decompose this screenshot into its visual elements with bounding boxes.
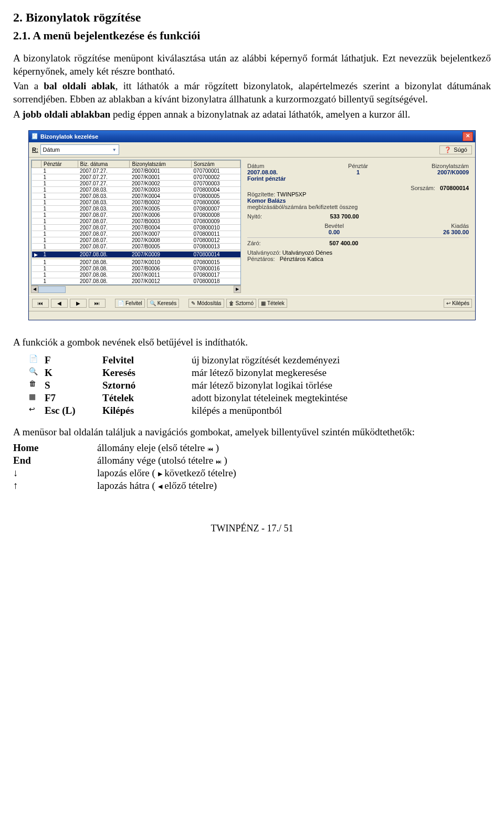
functions-note: A funkciók a gombok nevének első betűjév…: [13, 336, 491, 349]
table-row[interactable]: 12007.08.03.2007/K0003070800004: [32, 187, 240, 193]
detail-close-value: 507 400.00: [329, 240, 358, 246]
page-footer: TWINPÉNZ - 17./ 51: [13, 523, 491, 534]
detail-register-label: Pénztár: [321, 163, 395, 169]
tetelek-button[interactable]: ▦Tételek: [258, 299, 287, 308]
shortcut-desc: kilépés a menüpontból: [192, 405, 491, 416]
nav-last-icon: ⏭: [94, 300, 100, 306]
nav-desc: lapozás előre ( ▶ következő tételre): [97, 467, 491, 479]
heading-subsection: 2.1. A menü bejelentkezése és funkciói: [13, 29, 491, 43]
table-row[interactable]: 12007.08.03.2007/K0005070800007: [32, 206, 240, 212]
nav-glyph-icon: ⏭: [216, 458, 222, 464]
nav-next-button[interactable]: ▶: [70, 299, 87, 308]
sztorno-button[interactable]: 🗑Sztornó: [226, 299, 256, 308]
close-icon[interactable]: ✕: [463, 132, 473, 141]
grid-header[interactable]: Bizonylatszám: [130, 161, 192, 168]
shortcut-icon: ▦: [29, 392, 45, 401]
detail-close-label: Záró:: [247, 240, 261, 246]
detail-cashier-label: Pénztáros:: [247, 256, 275, 262]
shortcut-row: 🗑SSztornómár létező bizonylat logikai tö…: [29, 380, 491, 391]
detail-seq-label: Sorszám:: [411, 185, 435, 191]
shortcut-table: 📄FFelvitelúj bizonylat rögzítését kezdem…: [29, 354, 491, 416]
shortcut-row: 📄FFelvitelúj bizonylat rögzítését kezdem…: [29, 354, 491, 366]
table-row[interactable]: 12007.08.07.2007/B0004070800010: [32, 225, 240, 231]
grid-header[interactable]: Pénztár: [41, 161, 78, 168]
grid-header[interactable]: [32, 161, 41, 168]
sort-combo[interactable]: Dátum ▼: [40, 144, 119, 155]
app-window: 🧾 Bizonylatok kezelése ✕ R: Dátum ▼ ❓ Sú…: [28, 130, 476, 320]
kereses-button[interactable]: 🔍Keresés: [147, 299, 180, 308]
nav-glyph-icon: ◀: [158, 483, 162, 489]
scroll-left-icon[interactable]: ◀: [31, 286, 38, 293]
nav-first-button[interactable]: ⏮: [32, 299, 49, 308]
shortcut-desc: már létező bizonylat megkeresése: [192, 367, 491, 379]
detail-expense-value: 26 300.00: [379, 229, 469, 235]
table-row[interactable]: 12007.07.27.2007/K0002070700003: [32, 181, 240, 187]
statusbar: [29, 311, 475, 320]
table-row[interactable]: 12007.08.08.2007/B0006070800016: [32, 266, 240, 272]
shortcut-key: Esc (L): [45, 405, 102, 416]
nav-desc: lapozás hátra ( ◀ előző tételre): [97, 480, 491, 492]
table-row[interactable]: 12007.08.07.2007/K0008070800012: [32, 237, 240, 244]
grid-header[interactable]: Sorszám: [192, 161, 240, 168]
nav-note: A menüsor bal oldalán találjuk a navigác…: [13, 426, 491, 439]
shortcut-icon: ↩: [29, 405, 45, 414]
nav-table: Homeállomány eleje (első tételre ⏮ )Endá…: [13, 442, 491, 492]
shortcut-name: Keresés: [102, 367, 192, 379]
table-row[interactable]: 12007.08.08.2007/K0010070800015: [32, 259, 240, 266]
table-row[interactable]: 12007.08.07.2007/K0006070800008: [32, 212, 240, 218]
shortcut-key: K: [45, 367, 102, 379]
table-row[interactable]: 12007.08.03.2007/B0002070800006: [32, 200, 240, 206]
detail-register-name: Forint pénztár: [247, 175, 469, 182]
nav-last-button[interactable]: ⏭: [89, 299, 106, 308]
shortcut-name: Kilépés: [102, 405, 192, 416]
details-panel: Dátum2007.08.08. Pénztár1 Bizonylatszám2…: [243, 160, 473, 293]
table-row[interactable]: 12007.08.07.2007/B0005070800013: [32, 244, 240, 250]
table-row[interactable]: 12007.07.27.2007/B0001070700001: [32, 168, 240, 174]
nav-row: Homeállomány eleje (első tételre ⏮ ): [13, 442, 491, 454]
shortcut-desc: már létező bizonylat logikai törlése: [192, 380, 491, 391]
help-button[interactable]: ❓ Súgó: [439, 145, 472, 154]
horizontal-scrollbar[interactable]: ◀ ▶: [31, 285, 241, 293]
nav-glyph-icon: ⏮: [207, 445, 213, 452]
intro-paragraph-1: A bizonylatok rögzítése menüpont kiválas…: [13, 52, 491, 78]
detail-income-value: 0.00: [289, 229, 379, 235]
nav-key: End: [13, 455, 97, 466]
shortcut-icon: 🔍: [29, 367, 45, 376]
table-row[interactable]: 12007.08.07.2007/K0007070800011: [32, 231, 240, 237]
chevron-down-icon: ▼: [112, 148, 117, 152]
nav-prev-button[interactable]: ◀: [51, 299, 68, 308]
shortcut-row: ▦F7Tételekadott bizonylat tételeinek meg…: [29, 392, 491, 404]
grid-header[interactable]: Biz. dátuma: [78, 161, 130, 168]
sort-toolbar: R: Dátum ▼ ❓ Súgó: [29, 142, 475, 158]
nav-next-icon: ▶: [76, 300, 80, 306]
table-row[interactable]: ▶12007.08.08.2007/K0009070800014: [32, 252, 240, 258]
heading-section: 2. Bizonylatok rögzítése: [13, 11, 491, 25]
table-row[interactable]: 12007.08.08.2007/K0012070800018: [32, 278, 240, 285]
kilepes-button[interactable]: ↩Kilépés: [444, 299, 472, 308]
sort-label: R:: [32, 147, 38, 153]
nav-key: ↑: [13, 480, 97, 492]
nav-desc: állomány eleje (első tételre ⏮ ): [97, 442, 491, 454]
modositas-button[interactable]: ✎Módosítás: [188, 299, 224, 308]
nav-key: Home: [13, 442, 97, 454]
detail-docnum-label: Bizonylatszám: [395, 163, 469, 169]
delete-icon: 🗑: [229, 300, 234, 306]
detail-date-label: Dátum: [247, 163, 321, 169]
table-row[interactable]: 12007.07.27.2007/K0001070700002: [32, 174, 240, 181]
nav-row: ↑lapozás hátra ( ◀ előző tételre): [13, 480, 491, 492]
nav-row: ↓lapozás előre ( ▶ következő tételre): [13, 467, 491, 479]
scroll-right-icon[interactable]: ▶: [234, 286, 241, 293]
records-grid[interactable]: PénztárBiz. dátumaBizonylatszámSorszám 1…: [31, 160, 241, 285]
shortcut-desc: új bizonylat rögzítését kezdeményezi: [192, 354, 491, 366]
felvitel-button[interactable]: 📄Felvitel: [115, 299, 145, 308]
table-row[interactable]: 12007.08.08.2007/K0011070800017: [32, 272, 240, 278]
shortcut-name: Felvitel: [102, 354, 192, 366]
detail-recordedby-label: Rögzítette:: [247, 191, 275, 197]
detail-seq-value: 070800014: [440, 185, 469, 191]
scroll-thumb[interactable]: [38, 286, 66, 293]
table-row[interactable]: 12007.08.03.2007/K0004070800005: [32, 193, 240, 200]
shortcut-name: Sztornó: [102, 380, 192, 391]
nav-desc: állomány vége (utolsó tételre ⏭ ): [97, 455, 491, 466]
titlebar: 🧾 Bizonylatok kezelése ✕: [29, 131, 475, 142]
table-row[interactable]: 12007.08.07.2007/B0003070800009: [32, 218, 240, 225]
